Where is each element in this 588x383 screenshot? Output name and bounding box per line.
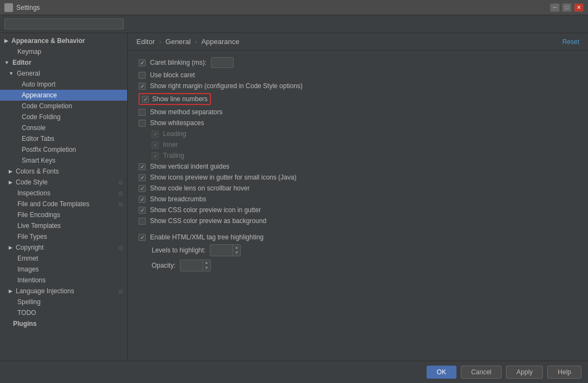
sidebar-item-auto-import[interactable]: Auto Import — [0, 79, 127, 90]
sidebar-item-code-completion[interactable]: Code Completion — [0, 101, 127, 112]
css-color-preview-row: Show CSS color preview icon in gutter — [139, 206, 577, 214]
sidebar-item-general[interactable]: ▼General — [0, 68, 127, 79]
sidebar-label-copyright: Copyright — [16, 244, 43, 251]
sidebar-item-console[interactable]: Console — [0, 122, 127, 133]
sidebar-item-editor[interactable]: ▼Editor — [0, 57, 127, 68]
sidebar-item-code-style[interactable]: ▶Code Style⊙ — [0, 177, 127, 188]
levels-spinner[interactable]: ▲ ▼ — [232, 245, 240, 256]
show-breadcrumbs-checkbox[interactable] — [139, 196, 146, 203]
caret-blinking-input-wrap[interactable]: 500 — [211, 57, 234, 68]
trailing-checkbox[interactable] — [152, 152, 159, 159]
levels-up-btn[interactable]: ▲ — [233, 245, 240, 250]
breadcrumb-sep-1: › — [195, 38, 199, 46]
title-bar: Settings ─ □ ✕ — [0, 0, 588, 15]
sidebar-label-keymap: Keymap — [17, 48, 41, 55]
help-button[interactable]: Help — [547, 366, 581, 379]
sidebar-arrow-language-injections: ▶ — [9, 288, 12, 294]
sidebar-item-todo[interactable]: TODO — [0, 307, 127, 318]
sidebar-item-smart-keys[interactable]: Smart Keys — [0, 155, 127, 166]
sidebar-item-language-injections[interactable]: ▶Language Injections⊙ — [0, 286, 127, 296]
sidebar-arrow-colors-fonts: ▶ — [9, 169, 12, 174]
sidebar: ▶Appearance & BehaviorKeymap▼Editor▼Gene… — [0, 33, 128, 361]
show-breadcrumbs-label: Show breadcrumbs — [150, 195, 206, 203]
sidebar-item-spelling[interactable]: Spelling — [0, 296, 127, 307]
sidebar-label-editor: Editor — [12, 59, 32, 66]
sidebar-item-copyright[interactable]: ▶Copyright⊙ — [0, 242, 127, 253]
apply-button[interactable]: Apply — [506, 366, 543, 379]
sidebar-label-emmet: Emmet — [17, 255, 38, 262]
levels-down-btn[interactable]: ▼ — [233, 250, 240, 256]
caret-blinking-input[interactable]: 500 — [211, 58, 233, 67]
search-wrap[interactable] — [4, 18, 124, 29]
html-xml-checkbox[interactable] — [139, 234, 146, 241]
cancel-button[interactable]: Cancel — [461, 366, 502, 379]
sidebar-item-intentions[interactable]: Intentions — [0, 275, 127, 286]
inner-checkbox[interactable] — [152, 141, 159, 149]
sidebar-copy-icon-code-style: ⊙ — [118, 180, 123, 186]
sidebar-item-plugins[interactable]: Plugins — [0, 318, 127, 329]
opacity-up-btn[interactable]: ▲ — [203, 260, 210, 265]
sidebar-arrow-editor: ▼ — [4, 60, 9, 65]
sidebar-item-images[interactable]: Images — [0, 264, 127, 275]
css-color-preview-label: Show CSS color preview icon in gutter — [150, 206, 261, 214]
sidebar-label-postfix-completion: Postfix Completion — [22, 146, 76, 153]
html-xml-row: Enable HTML/XML tag tree highlighting — [139, 233, 577, 241]
sidebar-arrow-code-style: ▶ — [9, 180, 12, 185]
ok-button[interactable]: OK — [427, 366, 456, 379]
opacity-input-wrap[interactable]: 0.1 ▲ ▼ — [180, 260, 211, 271]
sidebar-item-live-templates[interactable]: Live Templates — [0, 220, 127, 231]
sidebar-item-emmet[interactable]: Emmet — [0, 253, 127, 264]
leading-checkbox[interactable] — [152, 131, 159, 138]
sidebar-item-editor-tabs[interactable]: Editor Tabs — [0, 133, 127, 144]
css-color-preview-checkbox[interactable] — [139, 207, 146, 214]
sidebar-item-code-folding[interactable]: Code Folding — [0, 112, 127, 122]
sidebar-item-keymap[interactable]: Keymap — [0, 46, 127, 57]
sidebar-copy-icon-language-injections: ⊙ — [118, 288, 123, 294]
sidebar-label-todo: TODO — [17, 309, 36, 317]
opacity-down-btn[interactable]: ▼ — [203, 265, 210, 271]
opacity-input[interactable]: 0.1 — [180, 261, 202, 270]
levels-highlight-row: Levels to highlight: 6 ▲ ▼ — [139, 244, 577, 256]
sidebar-item-colors-fonts[interactable]: ▶Colors & Fonts — [0, 166, 127, 177]
code-lens-row: Show code lens on scrollbar hover — [139, 184, 577, 192]
right-margin-checkbox[interactable] — [139, 83, 146, 90]
sidebar-item-file-encodings[interactable]: File Encodings — [0, 209, 127, 220]
sidebar-copy-icon-copyright: ⊙ — [118, 245, 123, 251]
close-button[interactable]: ✕ — [574, 3, 584, 12]
reset-link[interactable]: Reset — [562, 38, 579, 46]
block-caret-row: Use block caret — [139, 71, 577, 79]
sidebar-item-inspections[interactable]: Inspections⊙ — [0, 188, 127, 199]
sidebar-item-postfix-completion[interactable]: Postfix Completion — [0, 144, 127, 155]
trailing-label: Trailing — [163, 152, 184, 159]
maximize-button[interactable]: □ — [562, 3, 572, 12]
sidebar-label-appearance: Appearance — [22, 91, 57, 99]
sidebar-label-editor-tabs: Editor Tabs — [22, 135, 54, 143]
line-numbers-checkbox[interactable] — [142, 96, 149, 103]
levels-highlight-input[interactable]: 6 — [210, 245, 232, 255]
sidebar-arrow-appearance-behavior: ▶ — [4, 38, 8, 44]
vertical-indent-row: Show vertical indent guides — [139, 163, 577, 170]
sidebar-label-images: Images — [17, 265, 39, 273]
block-caret-checkbox[interactable] — [139, 72, 146, 79]
sidebar-item-file-code-templates[interactable]: File and Code Templates⊙ — [0, 199, 127, 209]
breadcrumb: Editor › General › Appearance — [136, 38, 240, 46]
sidebar-item-appearance[interactable]: Appearance — [0, 90, 127, 101]
css-color-background-checkbox[interactable] — [139, 218, 146, 225]
sidebar-item-appearance-behavior[interactable]: ▶Appearance & Behavior — [0, 35, 127, 46]
code-lens-checkbox[interactable] — [139, 185, 146, 192]
whitespaces-checkbox[interactable] — [139, 120, 146, 127]
sidebar-label-file-types: File Types — [17, 233, 47, 240]
line-numbers-label: Show line numbers — [152, 95, 208, 103]
levels-highlight-input-wrap[interactable]: 6 ▲ ▼ — [210, 244, 241, 256]
opacity-spinner[interactable]: ▲ ▼ — [202, 260, 210, 271]
sidebar-label-intentions: Intentions — [17, 276, 46, 284]
sidebar-copy-icon-inspections: ⊙ — [118, 190, 123, 196]
method-separators-checkbox[interactable] — [139, 109, 146, 116]
search-input[interactable] — [8, 20, 120, 28]
minimize-button[interactable]: ─ — [550, 3, 560, 12]
sidebar-item-file-types[interactable]: File Types — [0, 231, 127, 242]
caret-blinking-checkbox[interactable] — [139, 59, 146, 66]
icons-preview-checkbox[interactable] — [139, 174, 146, 181]
window-title: Settings — [16, 4, 550, 11]
vertical-indent-checkbox[interactable] — [139, 163, 146, 170]
